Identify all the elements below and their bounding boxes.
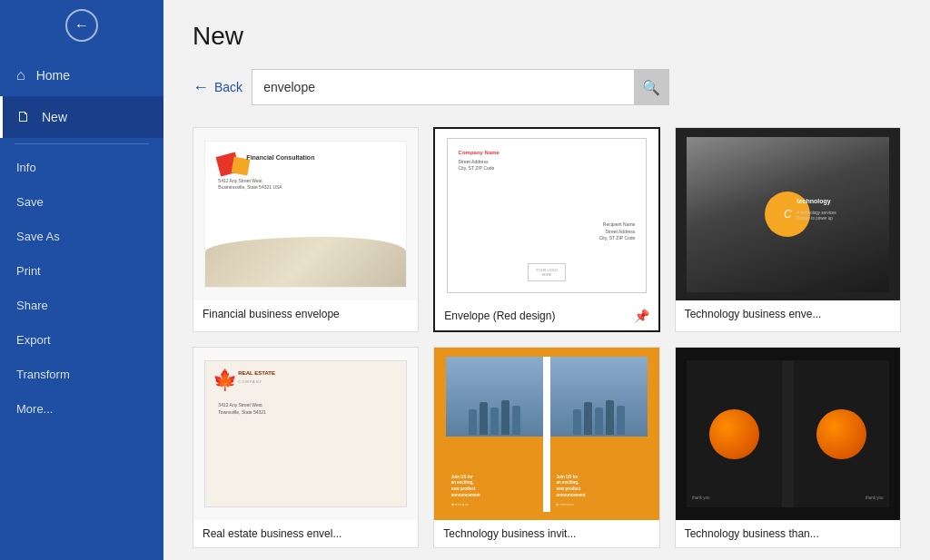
save-as-label: Save As xyxy=(16,230,60,243)
template-card-tech-thanks[interactable]: thank you thank you Technology business … xyxy=(675,347,901,548)
template-card-tech-env[interactable]: C technology A technology servicesPartne… xyxy=(675,127,901,332)
template-card-realestate[interactable]: 🍁 REAL ESTATE COMPANY 3412 Any Street We… xyxy=(193,347,419,548)
main-content: New ← Back 🔍 Financial Consultation 541 xyxy=(163,0,930,560)
sidebar-item-export[interactable]: Export xyxy=(0,322,163,357)
pin-icon-red[interactable]: 📌 xyxy=(634,309,649,323)
search-input[interactable] xyxy=(252,73,634,102)
template-preview-realestate: 🍁 REAL ESTATE COMPANY 3412 Any Street We… xyxy=(193,348,418,520)
back-circle-icon: ← xyxy=(65,9,98,42)
transform-label: Transform xyxy=(16,368,70,381)
sidebar-nav: ⌂ Home 🗋 New Info Save Save As Print Sha… xyxy=(0,51,163,426)
sidebar-item-save-as[interactable]: Save As xyxy=(0,219,163,253)
sidebar-divider xyxy=(15,143,149,144)
search-button[interactable]: 🔍 xyxy=(634,70,668,104)
template-grid: Financial Consultation 5412 Any Street W… xyxy=(193,127,901,548)
back-arrow-icon: ← xyxy=(74,17,89,34)
page-title: New xyxy=(193,22,901,51)
search-row: ← Back 🔍 xyxy=(193,69,901,105)
template-preview-financial: Financial Consultation 5412 Any Street W… xyxy=(193,128,418,300)
new-doc-icon: 🗋 xyxy=(16,109,31,125)
sidebar-item-home[interactable]: ⌂ Home xyxy=(0,54,163,96)
template-label-tech-invite: Technology business invit... xyxy=(443,527,576,540)
share-label: Share xyxy=(16,299,48,312)
export-label: Export xyxy=(16,333,51,347)
template-label-row-realestate: Real estate business envel... xyxy=(193,520,418,547)
template-preview-tech-invite: Join US foran exciting,new productannoun… xyxy=(434,348,658,520)
template-preview-red-design: Company Name Street AddressCity, ST ZIP … xyxy=(435,129,658,301)
sidebar-item-more[interactable]: More... xyxy=(0,391,163,426)
template-label-row-tech-thanks: Technology business than... xyxy=(676,520,900,547)
sidebar-item-new-label: New xyxy=(42,110,67,124)
sidebar-back-button[interactable]: ← xyxy=(0,0,163,51)
template-card-red-design[interactable]: Company Name Street AddressCity, ST ZIP … xyxy=(433,127,659,332)
more-label: More... xyxy=(16,402,53,416)
template-label-row-financial: Financial business envelope xyxy=(193,300,418,328)
sidebar-item-transform[interactable]: Transform xyxy=(0,357,163,391)
sidebar: ← ⌂ Home 🗋 New Info Save Save As Print S… xyxy=(0,0,163,560)
template-preview-tech-thanks: thank you thank you xyxy=(676,348,900,520)
print-label: Print xyxy=(16,264,41,278)
save-label: Save xyxy=(16,195,44,209)
sidebar-item-info[interactable]: Info xyxy=(0,150,163,184)
sidebar-item-home-label: Home xyxy=(36,68,70,83)
back-arrow-icon: ← xyxy=(193,78,209,97)
template-label-red: Envelope (Red design) xyxy=(444,309,555,322)
template-preview-tech-env: C technology A technology servicesPartne… xyxy=(676,128,900,300)
template-card-tech-invite[interactable]: Join US foran exciting,new productannoun… xyxy=(433,347,659,548)
sidebar-item-print[interactable]: Print xyxy=(0,253,163,288)
search-icon: 🔍 xyxy=(642,79,660,96)
sidebar-item-share[interactable]: Share xyxy=(0,288,163,322)
template-card-financial[interactable]: Financial Consultation 5412 Any Street W… xyxy=(193,127,419,332)
template-label-tech-env: Technology business enve... xyxy=(685,308,822,320)
info-label: Info xyxy=(16,161,36,174)
template-label-financial: Financial business envelope xyxy=(203,308,340,320)
search-box: 🔍 xyxy=(252,69,669,105)
template-label-realestate: Real estate business envel... xyxy=(203,527,341,540)
sidebar-item-new[interactable]: 🗋 New xyxy=(0,96,163,138)
sidebar-item-save[interactable]: Save xyxy=(0,184,163,219)
template-label-row-tech-invite: Technology business invit... xyxy=(434,520,658,547)
back-button[interactable]: ← Back xyxy=(193,78,242,97)
template-label-row-red: Envelope (Red design) 📌 xyxy=(435,301,658,330)
back-label: Back xyxy=(214,80,242,94)
template-label-row-tech-env: Technology business enve... xyxy=(676,300,900,328)
template-label-tech-thanks: Technology business than... xyxy=(685,527,819,540)
home-icon: ⌂ xyxy=(16,67,25,84)
